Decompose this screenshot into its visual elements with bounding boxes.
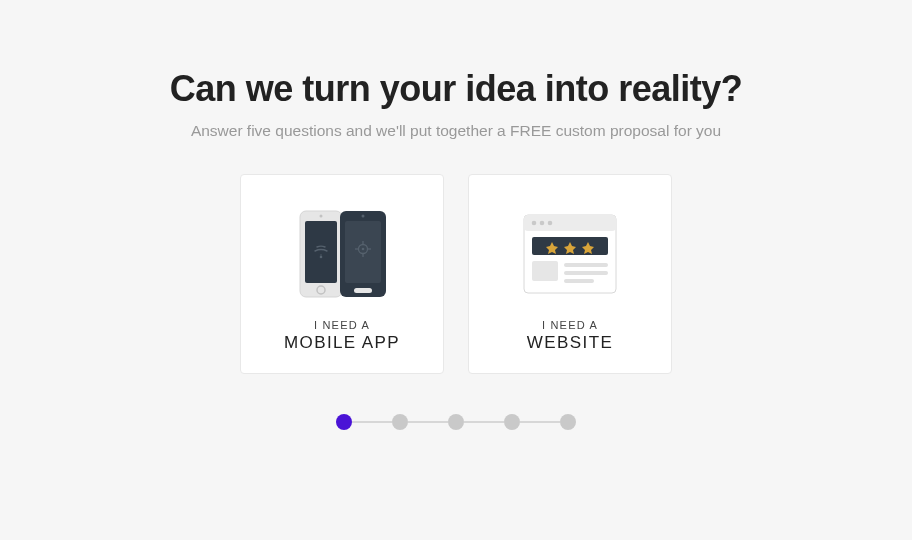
svg-point-19 (548, 221, 553, 226)
progress-line (520, 421, 560, 423)
svg-point-17 (532, 221, 537, 226)
svg-point-18 (540, 221, 545, 226)
progress-line (352, 421, 392, 423)
progress-step-1 (336, 414, 352, 430)
option-card-mobile-app[interactable]: I NEED A MOBILE APP (240, 174, 444, 374)
progress-step-4 (504, 414, 520, 430)
progress-line (464, 421, 504, 423)
mobile-app-icon (241, 175, 443, 319)
svg-rect-16 (524, 215, 616, 231)
option-card-big-label: MOBILE APP (284, 333, 400, 353)
option-card-big-label: WEBSITE (527, 333, 613, 353)
svg-rect-21 (532, 261, 558, 281)
option-card-small-label: I NEED A (314, 319, 370, 331)
svg-point-4 (320, 256, 323, 259)
progress-indicator (336, 414, 576, 430)
progress-step-2 (392, 414, 408, 430)
svg-point-2 (320, 215, 323, 218)
progress-line (408, 421, 448, 423)
website-icon (469, 175, 671, 319)
svg-rect-23 (564, 271, 608, 275)
svg-rect-8 (354, 288, 372, 293)
svg-point-10 (362, 248, 365, 251)
option-cards: I NEED A MOBILE APP I NEED A WEBSITE (240, 174, 672, 374)
page-subtitle: Answer five questions and we'll put toge… (191, 122, 721, 140)
page-title: Can we turn your idea into reality? (170, 68, 743, 110)
progress-step-5 (560, 414, 576, 430)
option-card-website[interactable]: I NEED A WEBSITE (468, 174, 672, 374)
svg-point-7 (362, 215, 365, 218)
svg-rect-24 (564, 279, 594, 283)
svg-rect-6 (345, 221, 381, 283)
progress-step-3 (448, 414, 464, 430)
svg-rect-22 (564, 263, 608, 267)
svg-rect-1 (305, 221, 337, 283)
option-card-small-label: I NEED A (542, 319, 598, 331)
